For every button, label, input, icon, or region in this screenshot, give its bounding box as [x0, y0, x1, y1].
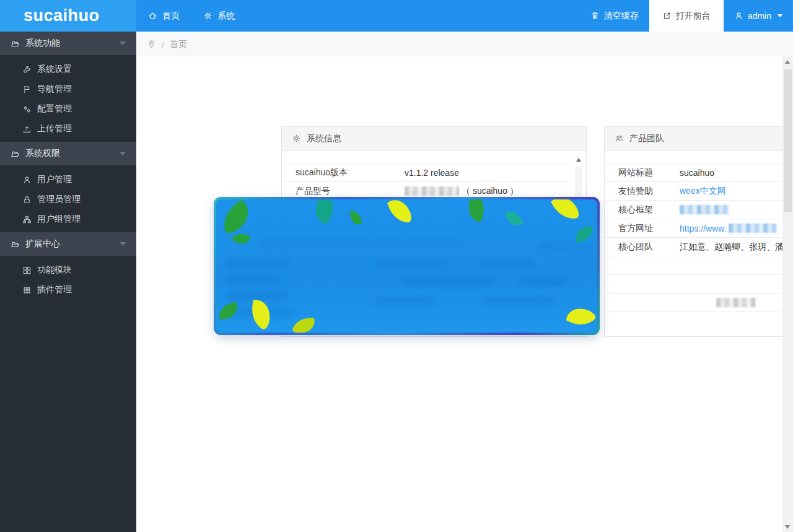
sidebar-item-system-settings[interactable]: 系统设置: [0, 59, 136, 79]
sidebar-section-system-permissions[interactable]: 系统权限: [0, 142, 136, 165]
user-icon: [734, 11, 743, 20]
sidebar-item-user-management[interactable]: 用户管理: [0, 170, 136, 190]
sidebar-group: 用户管理 管理员管理 用户组管理: [0, 165, 136, 232]
lock-icon: [22, 195, 32, 204]
panel-body: 网站标题 sucaihuo 友情赞助 weex中文网 核心框架 官方网址 h: [605, 151, 793, 336]
redacted-value: [405, 186, 459, 196]
sidebar-section-label: 系统功能: [25, 38, 60, 49]
open-frontend-button[interactable]: 打开前台: [649, 0, 724, 32]
flag-icon: [22, 85, 32, 94]
row-label: sucaihuo版本: [282, 167, 405, 178]
caret-down-icon: [778, 14, 782, 17]
open-frontend-label: 打开前台: [676, 11, 711, 22]
sidebar-item-function-modules[interactable]: 功能模块: [0, 260, 136, 280]
table-row: 官方网址 https://www.: [605, 219, 793, 238]
row-value: v1.1.2 release: [405, 168, 459, 178]
breadcrumb-current[interactable]: 首页: [170, 39, 187, 50]
panel-header: 系统信息: [282, 127, 586, 150]
table-row: 核心团队 江如意、赵瀚卿、张玥、潘美红、赵川...: [605, 238, 793, 256]
sidebar-group: 功能模块 插件管理: [0, 256, 136, 303]
scrollbar-thumb[interactable]: [784, 69, 792, 212]
grid-icon: [22, 266, 32, 275]
row-label: 官方网址: [605, 223, 680, 234]
user-name: admin: [748, 11, 771, 21]
sidebar-item-label: 插件管理: [37, 284, 72, 295]
table-row: [605, 294, 793, 312]
product-team-panel: 产品团队 网站标题 sucaihuo 友情赞助 weex中文网 核心框架: [604, 126, 793, 337]
sidebar-item-label: 系统设置: [37, 64, 72, 75]
external-link-icon: [662, 11, 672, 20]
table-row: [605, 275, 793, 294]
scroll-up-arrow[interactable]: [785, 60, 790, 64]
header-spacer: [247, 0, 580, 32]
upload-icon: [22, 124, 32, 134]
sidebar-item-plugin-management[interactable]: 插件管理: [0, 280, 136, 300]
redacted-value: [680, 205, 729, 214]
sidebar-section-extension-center[interactable]: 扩展中心: [0, 232, 136, 256]
trash-icon: [590, 11, 600, 20]
sidebar-section-label: 系统权限: [25, 148, 60, 159]
folder-icon: [11, 240, 20, 249]
row-label: 核心框架: [605, 204, 680, 216]
wrench-icon: [22, 65, 32, 74]
user-menu[interactable]: admin: [724, 0, 793, 32]
table-row: sucaihuo版本 v1.1.2 release: [282, 164, 569, 182]
nav-item-label: 首页: [162, 11, 180, 22]
table-row: 核心框架: [605, 201, 793, 219]
sidebar-section-system-functions[interactable]: 系统功能: [0, 32, 136, 55]
row-value-text: （ sucaihuo ）: [462, 186, 519, 197]
promo-popup[interactable]: [214, 197, 600, 335]
location-pin-icon: [147, 40, 156, 49]
panel-title: 产品团队: [629, 133, 664, 144]
panel-header: 产品团队: [605, 127, 793, 150]
table-row: 友情赞助 weex中文网: [605, 182, 793, 201]
page-scrollbar[interactable]: [782, 57, 793, 532]
sidebar-group: 系统设置 导航管理 配置管理 上传管理: [0, 55, 136, 142]
scroll-down-arrow[interactable]: [785, 525, 790, 529]
sponsor-link[interactable]: weex中文网: [680, 186, 726, 197]
clear-cache-button[interactable]: 清空缓存: [580, 0, 649, 32]
sidebar-section-label: 扩展中心: [25, 238, 60, 250]
sidebar-item-nav-management[interactable]: 导航管理: [0, 79, 136, 99]
row-value: 江如意、赵瀚卿、张玥、潘美红、赵川...: [680, 242, 793, 253]
gear-icon: [292, 134, 301, 143]
sitemap-icon: [22, 215, 32, 224]
sidebar-item-config-management[interactable]: 配置管理: [0, 99, 136, 119]
user-icon: [22, 175, 32, 185]
table-row: 网站标题 sucaihuo: [605, 164, 793, 182]
sidebar-item-upload-management[interactable]: 上传管理: [0, 119, 136, 139]
table-row: [605, 256, 793, 275]
plugin-grid-icon: [22, 286, 32, 295]
sidebar-item-label: 导航管理: [37, 84, 72, 95]
nav-item-system[interactable]: 系统: [191, 0, 247, 32]
top-header: sucaihuo 首页 系统 清空缓存 打开前台 admin: [0, 0, 793, 32]
gear-icon: [203, 11, 212, 20]
chevron-down-icon: [120, 242, 126, 246]
panel-title: 系统信息: [307, 133, 341, 144]
nav-item-label: 系统: [217, 11, 235, 22]
scroll-up-arrow[interactable]: [576, 158, 581, 162]
row-label: 产品型号: [282, 186, 405, 197]
folder-icon: [11, 149, 20, 159]
sidebar-item-label: 配置管理: [37, 103, 72, 115]
nav-item-home[interactable]: 首页: [136, 0, 191, 32]
info-table: 网站标题 sucaihuo 友情赞助 weex中文网 核心框架 官方网址 h: [605, 163, 793, 312]
sidebar-item-usergroup-management[interactable]: 用户组管理: [0, 209, 136, 229]
clear-cache-label: 清空缓存: [604, 11, 639, 22]
sidebar-item-label: 管理员管理: [37, 194, 81, 205]
redacted-value: [729, 224, 777, 233]
sidebar-item-label: 用户组管理: [37, 214, 81, 225]
leaf-decoration: [216, 199, 597, 333]
row-label: 核心团队: [605, 242, 680, 253]
chevron-down-icon: [120, 152, 126, 155]
chevron-down-icon: [120, 41, 126, 45]
breadcrumb: / 首页: [136, 32, 793, 57]
row-value: [680, 298, 756, 307]
row-value: [680, 205, 729, 214]
sidebar-item-admin-management[interactable]: 管理员管理: [0, 190, 136, 209]
redacted-value: [716, 298, 756, 307]
promo-popup-image: [216, 199, 597, 333]
app-logo[interactable]: sucaihuo: [0, 0, 136, 32]
official-site-link[interactable]: https://www.: [680, 224, 726, 233]
home-icon: [148, 11, 157, 20]
